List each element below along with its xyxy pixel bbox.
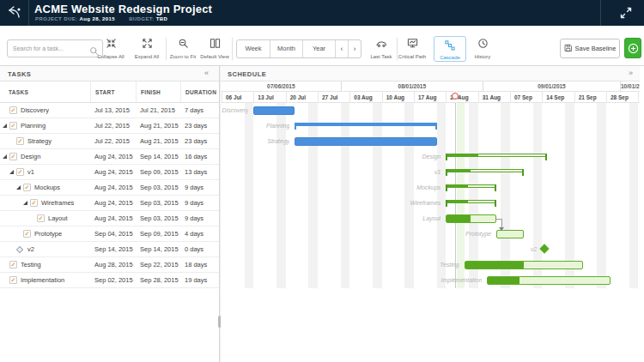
week-header-cell[interactable]: 05 Oct: [638, 92, 640, 103]
task-bar[interactable]: [253, 106, 295, 115]
schedule-panel-header: SCHEDULE »: [221, 66, 640, 81]
task-table-body: ✓DiscoveryJul 13, 2015Jul 21, 20157 days…: [0, 103, 219, 288]
critical-path-button[interactable]: Critical Path: [393, 37, 431, 61]
budget-value: TBD: [156, 16, 168, 21]
task-row[interactable]: ✓StrategyJul 22, 2015Aug 21, 201523 days: [0, 134, 219, 149]
task-bar[interactable]: [496, 230, 524, 238]
timescale-year[interactable]: Year: [302, 40, 335, 57]
expand-panel-icon[interactable]: »: [629, 69, 633, 77]
expand-all-button[interactable]: Expand All: [128, 37, 166, 61]
summary-bar[interactable]: [295, 123, 436, 126]
column-header-start[interactable]: START: [90, 81, 136, 102]
summary-cap-left: [446, 169, 447, 176]
topbar-divider-right: [600, 0, 601, 26]
save-baseline-label: Save Baseline: [575, 45, 617, 52]
week-header-cell[interactable]: 21 Sep: [574, 92, 606, 103]
task-checkbox-icon[interactable]: ✓: [9, 122, 17, 130]
task-checkbox-icon[interactable]: ✓: [37, 214, 45, 222]
expand-triangle-icon[interactable]: [3, 154, 7, 159]
week-header-cell[interactable]: 13 Jul: [253, 92, 285, 103]
week-header-cell[interactable]: 17 Aug: [414, 92, 446, 103]
task-bar[interactable]: [487, 276, 611, 285]
budget-label: BUDGET:: [129, 16, 154, 21]
default-view-button[interactable]: Default View: [196, 37, 234, 61]
task-progress-fill: [465, 262, 524, 268]
fullscreen-icon: [620, 7, 632, 19]
history-button[interactable]: History: [464, 37, 501, 61]
add-task-button[interactable]: [624, 38, 641, 58]
timescale-week[interactable]: Week: [237, 40, 270, 57]
week-header-cell[interactable]: 07 Sep: [510, 92, 542, 103]
week-header-cell[interactable]: 28 Sep: [606, 92, 638, 103]
task-start-cell: Aug 28, 2015: [90, 257, 136, 272]
expand-triangle-icon[interactable]: [23, 201, 27, 205]
search-input[interactable]: [13, 40, 88, 57]
task-row[interactable]: ✓DesignAug 24, 2015Sep 14, 201516 days: [0, 149, 219, 165]
task-row[interactable]: ✓WireframesAug 24, 2015Sep 03, 20159 day…: [0, 196, 219, 211]
task-duration-cell: 0 days: [180, 242, 219, 256]
task-duration-cell: 18 days: [180, 257, 219, 272]
save-baseline-button[interactable]: Save Baseline: [560, 39, 620, 58]
summary-bar[interactable]: [446, 200, 496, 203]
critical-path-icon: [407, 38, 418, 49]
task-row[interactable]: v2Sep 14, 2015Sep 14, 20150 days: [0, 242, 219, 257]
summary-progress-fill: [447, 170, 470, 172]
collapse-panel-icon[interactable]: «: [204, 69, 209, 77]
week-header-cell[interactable]: 24 Aug: [446, 92, 477, 103]
week-header-cell[interactable]: 03 Aug: [349, 92, 381, 103]
task-name-cell: ✓Implementation: [0, 273, 90, 287]
column-header-tasks[interactable]: TASKS: [0, 81, 90, 102]
task-checkbox-icon[interactable]: ✓: [23, 184, 31, 191]
task-row[interactable]: ✓TestingAug 28, 2015Sep 22, 201518 days: [0, 257, 219, 273]
expand-triangle-icon[interactable]: [3, 124, 7, 128]
task-checkbox-icon[interactable]: ✓: [30, 199, 38, 207]
timescale-month[interactable]: Month: [270, 40, 302, 57]
week-header-cell[interactable]: 14 Sep: [542, 92, 574, 103]
task-checkbox-icon[interactable]: ✓: [16, 168, 24, 176]
task-row[interactable]: ✓v1Aug 24, 2015Sep 09, 201513 days: [0, 165, 219, 180]
task-name-cell: ✓Layout: [0, 211, 90, 226]
column-header-finish[interactable]: FINISH: [136, 81, 180, 102]
summary-bar[interactable]: [446, 154, 546, 157]
expand-triangle-icon[interactable]: [16, 185, 21, 190]
task-checkbox-icon[interactable]: ✓: [9, 261, 17, 268]
tasks-panel-title: TASKS: [8, 70, 31, 78]
cascade-button-active[interactable]: Cascade: [434, 36, 466, 62]
task-bar[interactable]: [446, 214, 496, 223]
summary-cap-right: [522, 169, 524, 176]
week-header-cell[interactable]: 27 Jul: [318, 92, 349, 103]
week-header-cell[interactable]: 06 Jul: [222, 92, 253, 103]
summary-cap-left: [446, 184, 447, 191]
task-checkbox-icon[interactable]: ✓: [16, 137, 24, 145]
collapse-all-button[interactable]: Collapse All: [92, 37, 130, 61]
timeline-prev-button[interactable]: ‹: [335, 40, 348, 57]
week-header-cell[interactable]: 31 Aug: [478, 92, 510, 103]
task-bar[interactable]: [465, 261, 584, 269]
last-task-icon: [375, 38, 387, 49]
task-checkbox-icon[interactable]: ✓: [23, 230, 31, 238]
milestone-diamond[interactable]: [540, 244, 550, 253]
fullscreen-button[interactable]: [620, 7, 632, 19]
milestone-icon: [16, 245, 23, 252]
task-row[interactable]: ✓LayoutAug 24, 2015Sep 03, 20159 days: [0, 211, 219, 226]
summary-bar[interactable]: [446, 169, 524, 172]
task-row[interactable]: ✓PrototypeSep 04, 2015Sep 09, 20154 days: [0, 226, 219, 242]
back-button[interactable]: [5, 3, 26, 22]
timeline-next-button[interactable]: ›: [348, 40, 361, 57]
task-checkbox-icon[interactable]: ✓: [9, 106, 17, 114]
expand-triangle-icon[interactable]: [9, 170, 14, 174]
topbar-divider: [28, 0, 29, 26]
task-row[interactable]: ✓PlanningJul 22, 2015Aug 21, 201523 days: [0, 118, 219, 134]
task-row[interactable]: ✓ImplementationSep 02, 2015Sep 28, 20151…: [0, 273, 219, 288]
week-header-cell[interactable]: 10 Aug: [382, 92, 414, 103]
task-checkbox-icon[interactable]: ✓: [9, 153, 17, 160]
task-checkbox-icon[interactable]: ✓: [9, 276, 17, 284]
month-header-cell: 09/01/2015: [483, 81, 620, 92]
summary-bar[interactable]: [446, 184, 496, 188]
task-row[interactable]: ✓MockupsAug 24, 2015Sep 03, 20159 days: [0, 180, 219, 196]
week-header-cell[interactable]: 20 Jul: [286, 92, 318, 103]
toolbar-divider: [232, 38, 233, 60]
column-header-duration[interactable]: DURATION: [180, 81, 219, 102]
task-row[interactable]: ✓DiscoveryJul 13, 2015Jul 21, 20157 days: [0, 103, 219, 118]
task-bar[interactable]: [295, 137, 436, 146]
